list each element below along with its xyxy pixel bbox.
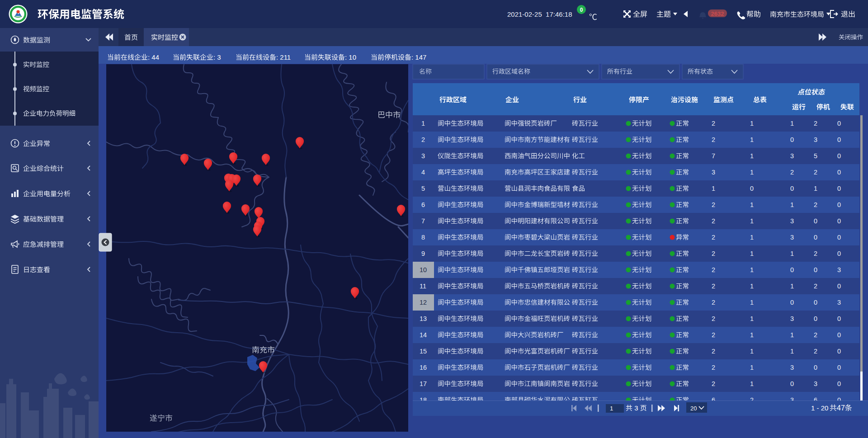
svg-text:0: 0: [837, 364, 841, 371]
svg-text::: :: [345, 53, 347, 61]
svg-text:1: 1: [750, 315, 754, 322]
svg-text:2: 2: [712, 136, 715, 143]
svg-text::: :: [148, 53, 150, 61]
svg-text:1: 1: [712, 185, 715, 192]
svg-text:0: 0: [837, 120, 841, 127]
svg-text:3: 3: [814, 380, 817, 387]
svg-text:44: 44: [151, 53, 159, 61]
svg-text:1: 1: [790, 201, 794, 208]
svg-text:0: 0: [814, 217, 817, 225]
svg-text:0: 0: [837, 185, 841, 192]
svg-text:3: 3: [421, 152, 425, 160]
svg-text:0: 0: [837, 217, 841, 225]
svg-text:0: 0: [790, 185, 794, 192]
svg-text:1: 1: [790, 283, 794, 290]
svg-text:3: 3: [634, 404, 638, 412]
svg-text:1: 1: [750, 234, 754, 241]
svg-text:2: 2: [790, 169, 794, 176]
svg-text:0: 0: [837, 234, 841, 241]
svg-text:10: 10: [349, 53, 356, 61]
svg-text:0: 0: [837, 250, 841, 257]
svg-text:2: 2: [712, 283, 715, 290]
svg-text:1: 1: [750, 217, 754, 225]
svg-text:0: 0: [814, 315, 817, 322]
svg-text:2: 2: [712, 250, 715, 257]
svg-text:2: 2: [712, 217, 715, 225]
svg-text:14: 14: [420, 331, 427, 339]
svg-text:47: 47: [837, 404, 845, 412]
svg-text:1: 1: [750, 169, 754, 176]
svg-text:3: 3: [790, 234, 794, 241]
svg-text::: :: [411, 53, 413, 61]
svg-text:1: 1: [814, 185, 817, 192]
svg-text:147: 147: [415, 53, 426, 61]
svg-text:0: 0: [750, 185, 754, 192]
svg-text:0: 0: [837, 315, 841, 322]
svg-text:2632: 2632: [711, 10, 724, 17]
svg-text:2: 2: [814, 250, 817, 257]
svg-text:0: 0: [837, 152, 841, 160]
svg-text:11: 11: [420, 283, 426, 290]
svg-text:3: 3: [790, 152, 794, 160]
svg-text:1: 1: [790, 250, 794, 257]
svg-text:0: 0: [837, 283, 841, 290]
svg-text:0: 0: [580, 7, 583, 13]
svg-text:2: 2: [421, 136, 425, 143]
svg-text:1: 1: [790, 120, 794, 127]
svg-text:2: 2: [814, 120, 817, 127]
svg-text:0: 0: [837, 169, 841, 176]
svg-text:2: 2: [712, 364, 715, 371]
svg-text:3: 3: [790, 217, 794, 225]
svg-text:1: 1: [790, 348, 794, 355]
svg-text:9: 9: [421, 250, 425, 257]
svg-text:0: 0: [790, 136, 794, 143]
svg-text:12: 12: [420, 299, 427, 306]
svg-text:2: 2: [712, 234, 715, 241]
svg-text:2: 2: [814, 331, 817, 339]
svg-text:1: 1: [750, 380, 754, 387]
svg-text:2: 2: [814, 348, 817, 355]
svg-text:1: 1: [750, 250, 754, 257]
svg-text:2: 2: [712, 348, 715, 355]
svg-text:3: 3: [217, 53, 221, 61]
svg-text:2: 2: [712, 266, 715, 273]
svg-text:0: 0: [814, 234, 817, 241]
svg-text:2021-02-25: 2021-02-25: [507, 10, 542, 18]
svg-text:1: 1: [750, 201, 754, 208]
svg-text:2: 2: [712, 299, 715, 306]
svg-text:3: 3: [814, 136, 817, 143]
svg-text:7: 7: [421, 217, 425, 225]
svg-text:0: 0: [814, 364, 817, 371]
svg-text::: :: [213, 53, 215, 61]
svg-text:17:46:18: 17:46:18: [546, 10, 572, 18]
svg-text:0: 0: [837, 201, 841, 208]
svg-text:2: 2: [712, 331, 715, 339]
svg-text:20: 20: [821, 404, 829, 412]
svg-text:1: 1: [421, 120, 425, 127]
svg-text:5: 5: [814, 152, 817, 160]
svg-text:2: 2: [712, 315, 715, 322]
svg-text:1: 1: [750, 120, 754, 127]
svg-text:20: 20: [690, 405, 697, 412]
svg-text:0: 0: [837, 348, 841, 355]
svg-text:4: 4: [421, 169, 425, 176]
svg-text:7: 7: [712, 152, 715, 160]
svg-text:10: 10: [420, 266, 427, 273]
svg-text:2: 2: [712, 380, 715, 387]
svg-text:-: -: [817, 404, 819, 412]
svg-text:3: 3: [837, 299, 841, 306]
svg-text:3: 3: [790, 315, 794, 322]
svg-text:5: 5: [421, 185, 425, 192]
svg-text:0: 0: [790, 380, 794, 387]
svg-text:0: 0: [837, 331, 841, 339]
svg-text:2: 2: [712, 120, 715, 127]
svg-text:15: 15: [420, 348, 427, 355]
svg-text:0: 0: [837, 380, 841, 387]
svg-text:8: 8: [421, 234, 425, 241]
svg-text:1: 1: [790, 331, 794, 339]
svg-text:1: 1: [750, 152, 754, 160]
svg-text:2: 2: [814, 201, 817, 208]
svg-text:2: 2: [814, 169, 817, 176]
svg-text:3: 3: [712, 169, 715, 176]
svg-text:1: 1: [750, 331, 754, 339]
